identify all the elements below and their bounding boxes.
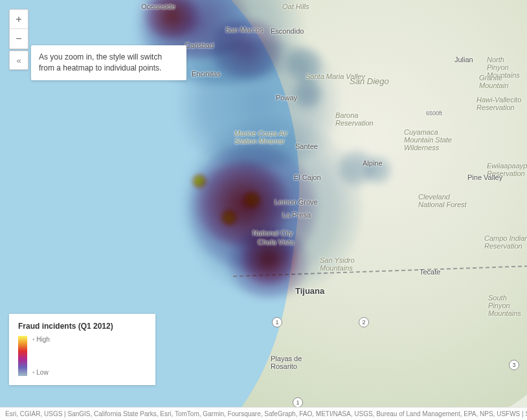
heat-hotspot bbox=[192, 173, 207, 189]
map-label: Alpine bbox=[363, 159, 383, 167]
map-label: Lemon Grove bbox=[275, 198, 318, 206]
map-label: San Ysidro Mountains bbox=[320, 256, 365, 272]
collapse-panel-button[interactable]: « bbox=[9, 50, 28, 70]
map-label: Escondido bbox=[271, 27, 304, 35]
map-label: Encinitas bbox=[192, 70, 221, 78]
zoom-controls: + − bbox=[9, 9, 28, 49]
map-viewport[interactable]: Oceanside Oat Hills San Marcos Escondido… bbox=[0, 0, 527, 407]
map-label: Oceanside bbox=[141, 3, 175, 10]
legend-high-label: High bbox=[32, 336, 50, 343]
map-label: Tijuana bbox=[295, 286, 324, 296]
zoom-out-button[interactable]: − bbox=[10, 29, 28, 49]
map-label: San Diego bbox=[350, 76, 389, 86]
map-label: Marine Corps Air Station Miramar bbox=[234, 129, 290, 145]
heat-hotspot bbox=[242, 190, 262, 210]
legend-title: Fraud incidents (Q1 2012) bbox=[18, 322, 146, 331]
legend-color-ramp bbox=[18, 336, 27, 376]
map-label: Playas de Rosarito bbox=[271, 355, 316, 370]
attribution-bar: Esri, CGIAR, USGS | SanGIS, California S… bbox=[0, 407, 527, 420]
route-sign: 1 bbox=[272, 317, 282, 327]
chevron-left-double-icon: « bbox=[16, 56, 21, 65]
map-label: Pine Valley bbox=[467, 173, 502, 181]
map-label: Cleveland National Forest bbox=[418, 193, 470, 208]
map-label: La Presa bbox=[282, 211, 311, 219]
map-label: El Cajon bbox=[294, 173, 321, 181]
map-label: National City bbox=[252, 229, 293, 237]
map-label: Granite Mountain bbox=[479, 74, 518, 89]
map-label: Campo Indian Reservation bbox=[484, 234, 527, 250]
legend-panel: Fraud incidents (Q1 2012) High Low bbox=[9, 314, 155, 385]
map-label: Tecate bbox=[420, 268, 440, 276]
map-label: 6500ft bbox=[426, 110, 442, 116]
map-label: Hawi-Vallecito Reservation bbox=[477, 96, 522, 111]
zoom-in-button[interactable]: + bbox=[10, 10, 28, 29]
map-label: Poway bbox=[276, 94, 297, 102]
map-label: San Marcos bbox=[225, 26, 264, 34]
map-label: Cuyamaca Mountain State Wilderness bbox=[404, 128, 460, 151]
route-sign: 2 bbox=[359, 317, 369, 327]
map-label: Santee bbox=[295, 142, 318, 150]
map-label: Barona Reservation bbox=[335, 111, 381, 127]
legend-labels: High Low bbox=[32, 336, 50, 376]
attribution-sources: Esri, CGIAR, USGS | SanGIS, California S… bbox=[5, 410, 527, 417]
route-sign: 1 bbox=[293, 397, 303, 407]
heat-hotspot bbox=[220, 208, 238, 227]
map-label: Oat Hills bbox=[282, 3, 309, 10]
map-label: Carlsbad bbox=[185, 41, 214, 49]
map-label: South Pinyon Mountains bbox=[488, 294, 527, 317]
legend-low-label: Low bbox=[32, 369, 50, 376]
route-sign: 3 bbox=[509, 360, 519, 370]
map-label: Julian bbox=[454, 56, 473, 63]
tooltip-text: As you zoom in, the style will switch fr… bbox=[39, 52, 162, 72]
info-tooltip: As you zoom in, the style will switch fr… bbox=[31, 45, 186, 80]
map-label: Chula Vista bbox=[258, 238, 294, 246]
